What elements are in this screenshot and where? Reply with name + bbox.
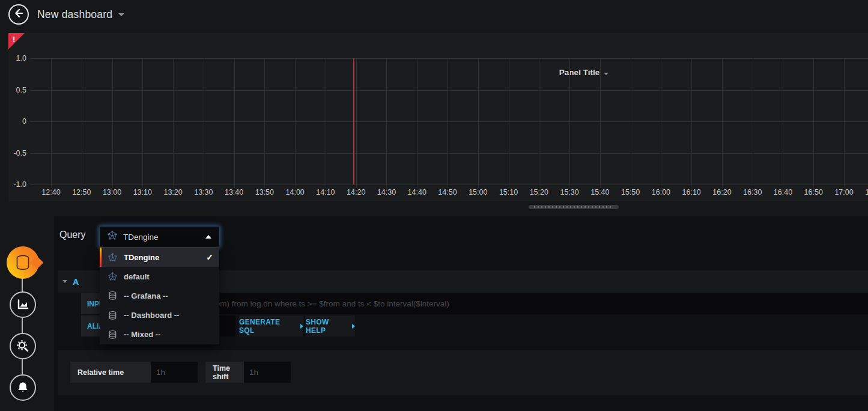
- database-icon: [108, 291, 117, 300]
- panel-title-menu[interactable]: Panel Title: [524, 68, 644, 79]
- generate-sql-label: GENERATE SQL: [239, 318, 297, 335]
- x-gridline: [417, 58, 417, 187]
- x-axis-tick-label: 17:00: [830, 188, 858, 196]
- x-gridline: [356, 58, 357, 187]
- y-axis-tick-label: 0.5: [8, 86, 26, 94]
- dashboard-title: New dashboard: [37, 8, 112, 21]
- x-gridline: [600, 58, 601, 187]
- x-axis-tick-label: 12:50: [68, 188, 96, 196]
- y-gridline: [30, 58, 868, 59]
- x-axis-tick-label: 16:10: [678, 188, 705, 196]
- tdengine-logo-icon: [108, 231, 117, 243]
- datasource-option-label: TDengine: [124, 253, 159, 262]
- y-gridline: [30, 153, 868, 154]
- query-section-label: Query: [59, 230, 86, 240]
- datasource-option-label: -- Mixed --: [124, 330, 160, 339]
- chart-icon: [16, 297, 30, 312]
- x-gridline: [142, 58, 143, 187]
- back-button[interactable]: [8, 4, 29, 25]
- chevron-up-icon: [205, 235, 211, 239]
- datasource-dropdown-menu: TDengine✓default-- Grafana ---- Dashboar…: [100, 248, 219, 344]
- error-exclamation-icon: !: [13, 35, 15, 44]
- tab-queries[interactable]: [7, 246, 39, 279]
- tdengine-logo-icon: [108, 272, 117, 281]
- x-axis-tick-label: 14:30: [372, 188, 400, 196]
- x-axis-tick-label: 15:50: [617, 188, 645, 196]
- x-axis-tick-label: 13:30: [190, 188, 217, 196]
- x-axis-tick-label: 17:10: [861, 188, 868, 196]
- x-gridline: [234, 58, 235, 187]
- panel-title: Panel Title: [559, 68, 599, 77]
- x-axis-tick-label: 13:20: [159, 188, 187, 196]
- x-gridline: [722, 58, 723, 187]
- tab-visualization[interactable]: [10, 291, 36, 318]
- top-nav: New dashboard: [0, 0, 868, 29]
- x-gridline: [844, 58, 845, 187]
- tab-general[interactable]: [10, 333, 36, 359]
- datasource-select-value: TDengine: [123, 233, 159, 242]
- y-axis-tick-label: 0: [8, 117, 26, 126]
- x-axis-tick-label: 14:00: [281, 188, 309, 196]
- database-icon: [108, 311, 117, 320]
- time-shift-placeholder: 1h: [249, 368, 258, 377]
- x-gridline: [631, 58, 631, 187]
- x-gridline: [813, 58, 814, 187]
- x-axis-tick-label: 12:40: [37, 188, 65, 196]
- bell-icon: [16, 380, 30, 395]
- x-gridline: [82, 58, 82, 187]
- x-axis-tick-label: 15:10: [495, 188, 523, 196]
- panel-resize-handle[interactable]: [529, 205, 619, 209]
- tdengine-logo-icon: [108, 253, 117, 262]
- relative-time-placeholder: 1h: [156, 368, 165, 377]
- x-gridline: [539, 58, 539, 187]
- arrow-left-icon: [13, 8, 24, 21]
- grafana-dashboard-page: New dashboard ! Panel Title 1.00.50-0.5-…: [0, 0, 868, 411]
- input-sql-field[interactable]: select avg(mem_system) from log.dn where…: [134, 293, 868, 314]
- datasource-option[interactable]: TDengine✓: [100, 248, 219, 267]
- tab-rail-connector: [22, 263, 23, 388]
- x-axis-tick-label: 13:00: [99, 188, 126, 196]
- panel-error-corner[interactable]: [8, 33, 25, 49]
- x-gridline: [326, 58, 326, 187]
- collapse-caret-icon[interactable]: [62, 280, 67, 283]
- x-gridline: [478, 58, 479, 187]
- y-gridline: [30, 90, 868, 91]
- x-gridline: [569, 58, 570, 187]
- x-gridline: [386, 58, 387, 187]
- dashboard-title-dropdown[interactable]: New dashboard: [37, 0, 124, 29]
- datasource-option[interactable]: default: [100, 267, 219, 286]
- show-help-button[interactable]: SHOW HELP: [306, 315, 355, 336]
- show-help-label: SHOW HELP: [306, 318, 349, 335]
- datasource-option-label: default: [124, 272, 150, 281]
- x-gridline: [661, 58, 661, 187]
- x-gridline: [753, 58, 753, 187]
- x-gridline: [112, 58, 113, 187]
- datasource-option[interactable]: -- Dashboard --: [100, 306, 219, 325]
- generate-sql-button[interactable]: GENERATE SQL: [239, 315, 303, 336]
- query-ref-letter[interactable]: A: [73, 277, 79, 287]
- time-shift-field[interactable]: 1h: [244, 362, 291, 383]
- drag-dots-icon: [534, 206, 613, 208]
- x-axis-tick-label: 13:40: [220, 188, 248, 196]
- chevron-down-icon: [118, 13, 124, 16]
- x-axis-tick-label: 15:00: [464, 188, 492, 196]
- x-axis-tick-label: 15:30: [556, 188, 583, 196]
- x-axis-tick-label: 16:40: [769, 188, 797, 196]
- x-gridline: [173, 58, 174, 187]
- query-editor-pane: Query TDengine TDengine✓default-- Grafan…: [54, 216, 868, 411]
- x-axis-tick-label: 14:50: [434, 188, 461, 196]
- datasource-select[interactable]: TDengine: [100, 227, 219, 247]
- datasource-option[interactable]: -- Grafana --: [100, 286, 219, 305]
- x-gridline: [509, 58, 509, 187]
- relative-time-field[interactable]: 1h: [151, 362, 198, 383]
- triangle-right-icon: [352, 324, 355, 329]
- x-axis-tick-label: 16:50: [800, 188, 827, 196]
- y-axis-tick-label: -0.5: [8, 149, 26, 157]
- x-axis-tick-label: 16:20: [708, 188, 736, 196]
- y-gridline: [30, 184, 868, 185]
- x-axis-tick-label: 15:40: [586, 188, 614, 196]
- x-gridline: [691, 58, 692, 187]
- tab-alert[interactable]: [10, 374, 36, 401]
- time-options-section: Relative time 1h Time shift 1h: [58, 350, 868, 395]
- datasource-option[interactable]: -- Mixed --: [100, 325, 219, 344]
